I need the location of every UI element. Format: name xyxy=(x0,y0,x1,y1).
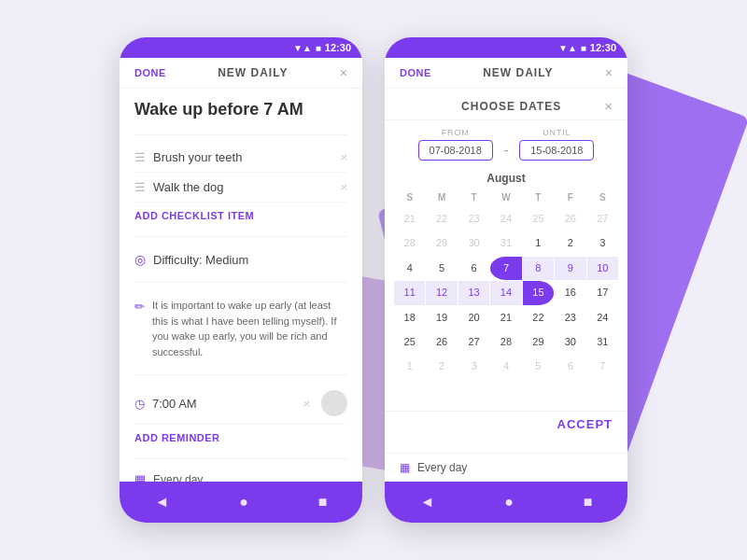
phones-container: ▼▲ ■ 12:30 DONE NEW DAILY × Wake up befo… xyxy=(120,37,627,523)
phone-left: ▼▲ ■ 12:30 DONE NEW DAILY × Wake up befo… xyxy=(120,37,362,523)
accept-button[interactable]: ACCEPT xyxy=(557,417,613,431)
cal-day[interactable]: 5 xyxy=(523,355,554,378)
cal-day[interactable]: 12 xyxy=(426,281,457,304)
cal-day[interactable]: 6 xyxy=(458,257,489,280)
checklist-remove-1[interactable]: × xyxy=(340,150,347,164)
battery-icon-left: ■ xyxy=(316,43,321,53)
nav-back-right[interactable]: ◄ xyxy=(419,494,434,511)
add-reminder-button[interactable]: ADD REMINDER xyxy=(134,425,220,451)
app-bar-right: DONE NEW DAILY × xyxy=(385,58,627,89)
difficulty-icon: ◎ xyxy=(134,252,146,267)
task-title: Wake up before 7 AM xyxy=(134,100,347,119)
app-title-left: NEW DAILY xyxy=(218,66,288,79)
reminder-icon: ◷ xyxy=(134,397,145,411)
cal-day[interactable]: 4 xyxy=(490,355,521,378)
difficulty-row: ◎ Difficulty: Medium xyxy=(134,245,347,274)
right-phone-inner: CHOOSE DATES × FROM 07-08-2018 - UNTIL 1… xyxy=(385,89,627,482)
cal-day[interactable]: 25 xyxy=(523,207,554,231)
cal-day[interactable]: 23 xyxy=(555,306,585,329)
cal-day[interactable]: 24 xyxy=(587,306,618,329)
notes-icon: ✏ xyxy=(134,300,145,314)
cal-day[interactable]: 3 xyxy=(458,355,489,378)
cal-day[interactable]: 11 xyxy=(394,281,425,304)
reminder-toggle[interactable] xyxy=(321,390,347,416)
reminder-row: ◷ 7:00 AM × xyxy=(134,383,347,425)
cal-day-header: T xyxy=(458,190,489,206)
cal-day[interactable]: 29 xyxy=(426,231,457,255)
cal-day[interactable]: 1 xyxy=(394,355,425,378)
nav-recents-left[interactable]: ■ xyxy=(318,494,328,511)
signal-icon-right: ▼▲ xyxy=(558,43,577,53)
bottom-nav-left: ◄ ● ■ xyxy=(120,482,362,523)
reminder-remove[interactable]: × xyxy=(303,397,310,411)
cal-day[interactable]: 31 xyxy=(587,330,618,354)
cal-day[interactable]: 25 xyxy=(394,330,425,354)
cal-day[interactable]: 7 xyxy=(587,355,618,378)
calendar-close-button[interactable]: × xyxy=(604,98,613,114)
cal-day-header: S xyxy=(394,190,425,206)
cal-day[interactable]: 28 xyxy=(490,330,521,354)
cal-day[interactable]: 21 xyxy=(490,306,521,329)
status-bar-right: ▼▲ ■ 12:30 xyxy=(385,37,627,58)
cal-day[interactable]: 16 xyxy=(555,281,585,304)
cal-day[interactable]: 23 xyxy=(458,207,489,231)
phone-content-left: Wake up before 7 AM ☰ Brush your teeth ×… xyxy=(120,89,362,482)
nav-home-right[interactable]: ● xyxy=(504,494,514,511)
checklist-item-2: ☰ Walk the dog × xyxy=(134,173,347,203)
cal-day[interactable]: 27 xyxy=(458,330,489,354)
cal-day[interactable]: 24 xyxy=(490,207,521,231)
cal-day[interactable]: 1 xyxy=(523,231,554,255)
cal-day[interactable]: 27 xyxy=(587,207,618,231)
recurrence-text: Every day xyxy=(153,473,203,483)
cal-day[interactable]: 6 xyxy=(555,355,585,378)
cal-day[interactable]: 21 xyxy=(394,207,425,231)
nav-back-left[interactable]: ◄ xyxy=(154,494,169,511)
cal-day[interactable]: 5 xyxy=(426,257,457,280)
cal-day[interactable]: 18 xyxy=(394,306,425,329)
cal-day[interactable]: 30 xyxy=(458,231,489,255)
cal-day[interactable]: 4 xyxy=(394,257,425,280)
cal-day[interactable]: 31 xyxy=(490,231,521,255)
checklist-icon-1: ☰ xyxy=(134,150,146,164)
bottom-nav-right: ◄ ● ■ xyxy=(385,482,627,523)
cal-day[interactable]: 19 xyxy=(426,306,457,329)
done-button-right[interactable]: DONE xyxy=(400,67,431,78)
checklist-text-1: Brush your teeth xyxy=(153,150,340,164)
calendar-title: CHOOSE DATES xyxy=(418,100,604,113)
cal-day[interactable]: 8 xyxy=(523,257,554,280)
cal-day[interactable]: 30 xyxy=(555,330,585,354)
cal-day[interactable]: 28 xyxy=(394,231,425,255)
cal-day[interactable]: 2 xyxy=(555,231,585,255)
add-checklist-button[interactable]: ADD CHECKLIST ITEM xyxy=(134,203,254,229)
cal-day[interactable]: 22 xyxy=(426,207,457,231)
cal-day[interactable]: 15 xyxy=(523,281,554,304)
cal-day[interactable]: 29 xyxy=(523,330,554,354)
cal-day-header: T xyxy=(523,190,554,206)
close-button-right[interactable]: × xyxy=(605,65,613,80)
from-date-input[interactable]: 07-08-2018 xyxy=(418,140,493,161)
nav-home-left[interactable]: ● xyxy=(239,494,248,511)
cal-day-header: W xyxy=(490,190,521,206)
cal-day[interactable]: 10 xyxy=(587,257,618,280)
cal-day[interactable]: 2 xyxy=(426,355,457,378)
done-button-left[interactable]: DONE xyxy=(134,67,166,78)
until-date-input[interactable]: 15-08-2018 xyxy=(519,140,594,161)
cal-day[interactable]: 14 xyxy=(490,281,521,304)
nav-recents-right[interactable]: ■ xyxy=(584,494,593,511)
cal-day[interactable]: 26 xyxy=(426,330,457,354)
cal-day[interactable]: 22 xyxy=(523,306,554,329)
cal-day[interactable]: 7 xyxy=(490,257,521,280)
cal-day[interactable]: 13 xyxy=(458,281,489,304)
checklist-remove-2[interactable]: × xyxy=(340,180,347,194)
close-button-left[interactable]: × xyxy=(340,65,347,80)
from-field-group: FROM 07-08-2018 xyxy=(418,128,493,161)
time-right: 12:30 xyxy=(590,42,616,53)
cal-day[interactable]: 3 xyxy=(587,231,618,255)
cal-day[interactable]: 20 xyxy=(458,306,489,329)
battery-icon-right: ■ xyxy=(581,43,586,53)
month-label: August xyxy=(394,172,618,185)
cal-day[interactable]: 26 xyxy=(555,207,585,231)
cal-day[interactable]: 17 xyxy=(587,281,618,304)
phone-right: ▼▲ ■ 12:30 DONE NEW DAILY × CHOOSE DATES… xyxy=(385,37,627,523)
cal-day[interactable]: 9 xyxy=(555,257,585,280)
